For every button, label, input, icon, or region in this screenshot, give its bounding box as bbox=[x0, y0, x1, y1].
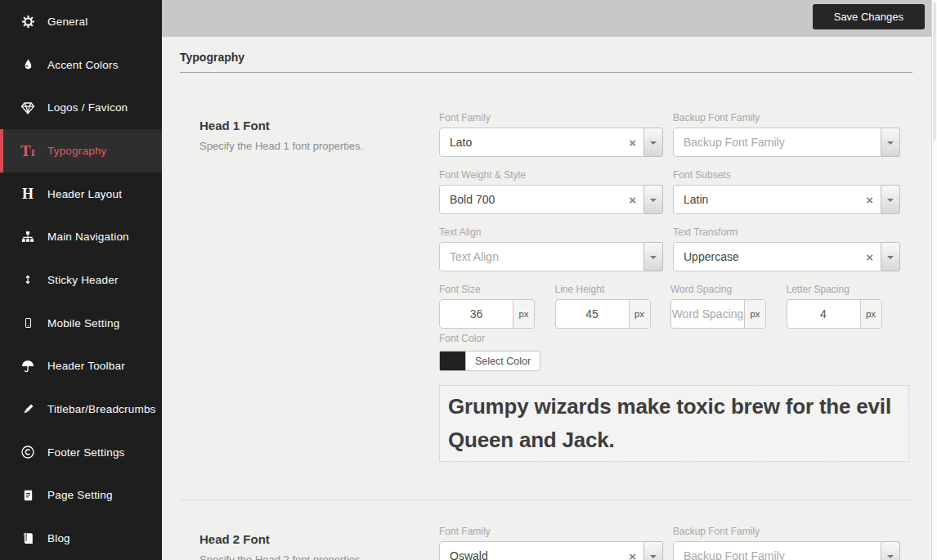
font-size-input[interactable] bbox=[440, 300, 513, 328]
head2-font-section: Head 2 Font Specify the Head 2 font prop… bbox=[180, 526, 912, 560]
topbar: Save Changes bbox=[162, 0, 937, 37]
chevron-down-icon[interactable] bbox=[643, 541, 663, 560]
unit-label: px bbox=[860, 300, 881, 328]
sidebar-item-label: Accent Colors bbox=[47, 59, 119, 71]
sidebar-item-label: Blog bbox=[47, 532, 70, 544]
section-title: Head 1 Font bbox=[200, 119, 415, 132]
font-family-select[interactable]: Oswald × bbox=[439, 541, 663, 560]
gear-icon bbox=[17, 14, 38, 29]
header-layout-icon: H bbox=[17, 186, 38, 201]
select-color-label: Select Color bbox=[465, 352, 540, 370]
font-preview: Grumpy wizards make toxic brew for the e… bbox=[439, 385, 909, 462]
backup-font-family-label: Backup Font Family bbox=[673, 112, 900, 123]
font-subsets-select[interactable]: Latin × bbox=[673, 185, 900, 214]
placeholder-value: Text Align bbox=[450, 250, 499, 263]
text-transform-select[interactable]: Uppercase × bbox=[673, 242, 900, 271]
font-weight-style-label: Font Weight & Style bbox=[439, 169, 663, 181]
color-swatch bbox=[440, 352, 465, 370]
diamond-icon bbox=[17, 101, 38, 115]
sidebar-item-label: Sticky Header bbox=[47, 274, 119, 286]
placeholder-value: Backup Font Family bbox=[684, 136, 785, 149]
section-description: Specify the Head 1 font properties. bbox=[200, 140, 415, 152]
chevron-down-icon[interactable] bbox=[643, 185, 663, 214]
sidebar-item-label: Titlebar/Breadcrumbs bbox=[47, 403, 156, 415]
sidebar-item-label: Logos / Favicon bbox=[47, 101, 128, 114]
chevron-down-icon[interactable] bbox=[881, 128, 900, 157]
letter-spacing-input[interactable] bbox=[787, 300, 860, 328]
selected-value: Bold 700 bbox=[450, 193, 495, 206]
font-size-label: Font Size bbox=[439, 284, 535, 295]
clear-icon[interactable]: × bbox=[629, 194, 636, 206]
text-transform-label: Text Transform bbox=[673, 226, 900, 238]
placeholder-value: Backup Font Family bbox=[684, 549, 785, 560]
font-family-select[interactable]: Lato × bbox=[439, 128, 663, 157]
line-height-input[interactable] bbox=[556, 300, 629, 328]
sidebar-item-main-navigation[interactable]: Main Navigation bbox=[0, 215, 162, 258]
unit-label: px bbox=[744, 300, 765, 328]
sidebar-item-footer-settings[interactable]: Footer Settings bbox=[0, 431, 162, 474]
sidebar-item-general[interactable]: General bbox=[0, 0, 162, 43]
chevron-down-icon[interactable] bbox=[643, 242, 663, 271]
sidebar-item-label: Footer Settings bbox=[47, 446, 125, 459]
sidebar-item-header-layout[interactable]: H Header Layout bbox=[0, 172, 162, 216]
font-family-label: Font Family bbox=[439, 526, 663, 537]
save-changes-button[interactable]: Save Changes bbox=[813, 4, 925, 29]
clear-icon[interactable]: × bbox=[866, 194, 873, 206]
head1-section-info: Head 1 Font Specify the Head 1 font prop… bbox=[180, 112, 439, 462]
sidebar-item-label: Header Toolbar bbox=[47, 360, 125, 372]
pencil-icon bbox=[17, 402, 38, 416]
word-spacing-input[interactable] bbox=[671, 300, 744, 328]
sidebar-item-blog[interactable]: Blog bbox=[0, 517, 162, 560]
sidebar-item-label: Header Layout bbox=[47, 188, 122, 200]
chevron-down-icon[interactable] bbox=[881, 242, 900, 271]
selected-value: Oswald bbox=[450, 549, 488, 560]
mobile-icon bbox=[17, 316, 38, 330]
section-title: Head 2 Font bbox=[200, 532, 415, 546]
word-spacing-input-group: px bbox=[670, 299, 766, 329]
chevron-down-icon[interactable] bbox=[643, 128, 663, 157]
text-align-label: Text Align bbox=[439, 226, 663, 238]
head2-section-info: Head 2 Font Specify the Head 2 font prop… bbox=[180, 526, 439, 560]
head1-font-section: Head 1 Font Specify the Head 1 font prop… bbox=[180, 112, 912, 462]
font-family-label: Font Family bbox=[439, 112, 663, 123]
sidebar-item-label: Main Navigation bbox=[47, 231, 129, 243]
letter-spacing-input-group: px bbox=[787, 299, 882, 329]
unit-label: px bbox=[629, 300, 650, 328]
sidebar-item-label: General bbox=[47, 16, 87, 28]
scrollbar-thumb[interactable] bbox=[933, 2, 936, 141]
selected-value: Latin bbox=[684, 193, 708, 206]
sidebar-item-mobile-setting[interactable]: Mobile Setting bbox=[0, 302, 162, 345]
font-color-label: Font Color bbox=[439, 333, 909, 344]
letter-spacing-label: Letter Spacing bbox=[787, 284, 882, 295]
text-align-select[interactable]: Text Align bbox=[439, 242, 663, 271]
scrollbar[interactable] bbox=[931, 0, 937, 560]
sidebar-item-logos-favicon[interactable]: Logos / Favicon bbox=[0, 86, 162, 129]
unit-label: px bbox=[513, 300, 534, 328]
clear-icon[interactable]: × bbox=[629, 137, 636, 149]
sidebar-item-titlebar-breadcrumbs[interactable]: Titlebar/Breadcrumbs bbox=[0, 388, 162, 431]
backup-font-family-select[interactable]: Backup Font Family bbox=[673, 541, 900, 560]
book-icon bbox=[17, 531, 38, 545]
sidebar-item-label: Page Setting bbox=[47, 489, 113, 501]
chevron-down-icon[interactable] bbox=[881, 185, 900, 214]
backup-font-family-label: Backup Font Family bbox=[673, 526, 900, 537]
main-content: Typography Head 1 Font Specify the Head … bbox=[162, 37, 930, 560]
section-description: Specify the Head 2 font properties. bbox=[200, 553, 415, 560]
selected-value: Uppercase bbox=[684, 250, 739, 263]
font-weight-style-select[interactable]: Bold 700 × bbox=[439, 185, 663, 214]
word-spacing-label: Word Spacing bbox=[670, 284, 766, 295]
backup-font-family-select[interactable]: Backup Font Family bbox=[673, 128, 900, 157]
clear-icon[interactable]: × bbox=[866, 251, 873, 263]
typography-icon: TI bbox=[17, 143, 38, 159]
sidebar-item-accent-colors[interactable]: Accent Colors bbox=[0, 43, 162, 87]
sidebar: General Accent Colors Logos / Favicon TI… bbox=[0, 0, 162, 560]
sidebar-item-sticky-header[interactable]: Sticky Header bbox=[0, 258, 162, 302]
chevron-down-icon[interactable] bbox=[881, 541, 900, 560]
select-color-button[interactable]: Select Color bbox=[439, 351, 540, 371]
selected-value: Lato bbox=[450, 136, 472, 149]
clear-icon[interactable]: × bbox=[629, 550, 636, 560]
copyright-icon bbox=[17, 445, 38, 459]
sidebar-item-page-setting[interactable]: Page Setting bbox=[0, 474, 162, 517]
sidebar-item-header-toolbar[interactable]: Header Toolbar bbox=[0, 345, 162, 388]
sidebar-item-typography[interactable]: TI Typography bbox=[0, 129, 162, 172]
